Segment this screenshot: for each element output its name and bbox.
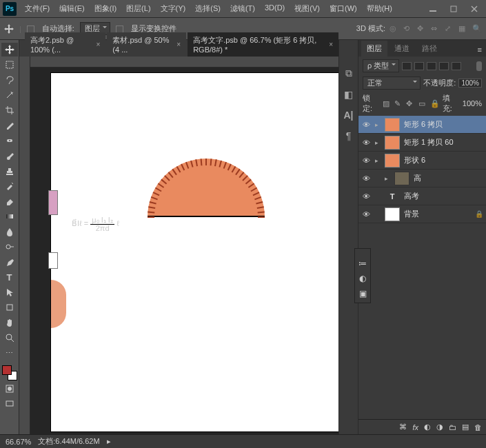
layer-name[interactable]: 背景 — [404, 209, 419, 219]
layer-row[interactable]: 👁背景🔒 — [358, 205, 486, 223]
filter-pixel-icon[interactable] — [402, 62, 412, 70]
3d-slide-icon[interactable]: ⇔ — [431, 24, 441, 34]
filter-adjust-icon[interactable] — [414, 62, 424, 70]
lock-position-icon[interactable]: ✥ — [406, 99, 414, 108]
layer-filter-kind[interactable]: ρ 类型 — [363, 59, 399, 72]
menu-edit[interactable]: 编辑(E) — [55, 1, 89, 16]
lock-all-icon[interactable]: 🔒 — [430, 99, 438, 108]
adjustment-layer-icon[interactable]: ◑ — [436, 422, 443, 431]
align-icon[interactable]: ≔ — [358, 258, 367, 268]
heal-tool[interactable] — [1, 134, 18, 147]
stamp-tool[interactable] — [1, 164, 18, 178]
canvas[interactable]: B⃗Iℓ = μ₀ I₁ I₂ 2πd ℓ — [51, 73, 338, 431]
pen-tool[interactable] — [1, 255, 18, 269]
quick-mask-icon[interactable] — [1, 382, 18, 396]
zoom-tool[interactable] — [1, 331, 18, 345]
zoom-level[interactable]: 66.67% — [6, 438, 31, 446]
menu-window[interactable]: 窗口(W) — [325, 1, 361, 16]
menu-layer[interactable]: 图层(L) — [122, 1, 154, 16]
doc-tab-2[interactable]: 高考文字.psb @ 66.7% (矩形 6 拷贝, RGB/8#) *× — [188, 32, 338, 57]
menu-image[interactable]: 图象(I) — [90, 1, 121, 16]
character-panel-icon[interactable]: A| — [343, 110, 353, 121]
search-icon[interactable]: 🔍 — [472, 24, 482, 34]
workspace-icon[interactable]: ▦ — [458, 24, 468, 34]
layer-row[interactable]: 👁▸高 — [358, 170, 486, 187]
paths-tab[interactable]: 路径 — [416, 41, 443, 57]
history-panel-icon[interactable]: ⧉ — [345, 68, 352, 79]
wand-tool[interactable] — [1, 88, 18, 102]
lasso-tool[interactable] — [1, 73, 18, 87]
filter-shape-icon[interactable] — [439, 62, 449, 70]
status-arrow-icon[interactable]: ▸ — [107, 437, 111, 446]
menu-3d[interactable]: 3D(D) — [261, 1, 289, 16]
path-select-tool[interactable] — [1, 285, 18, 299]
visibility-icon[interactable]: 👁 — [361, 174, 371, 183]
layer-name[interactable]: 矩形 1 拷贝 60 — [404, 137, 454, 147]
close-icon[interactable] — [465, 3, 483, 15]
new-layer-icon[interactable]: ▤ — [462, 422, 469, 431]
dodge-tool[interactable] — [1, 240, 18, 254]
expand-icon[interactable]: ▸ — [375, 157, 381, 164]
close-icon[interactable]: × — [97, 41, 101, 48]
3d-roll-icon[interactable]: ⟲ — [403, 24, 413, 34]
layer-row[interactable]: 👁T高考 — [358, 187, 486, 205]
link-layers-icon[interactable]: ⌘ — [399, 422, 407, 431]
close-icon[interactable]: × — [176, 41, 181, 48]
visibility-icon[interactable]: 👁 — [361, 156, 371, 165]
minimize-icon[interactable] — [424, 3, 442, 15]
3d-zoom-icon[interactable]: ⤢ — [445, 24, 454, 34]
fill-value[interactable]: 100% — [463, 99, 482, 108]
color-swatches[interactable] — [2, 365, 17, 380]
layer-fx-icon[interactable]: fx — [412, 423, 418, 431]
filter-toggle[interactable] — [476, 61, 482, 71]
expand-icon[interactable]: ▸ — [375, 121, 381, 128]
gradient-tool[interactable] — [1, 210, 18, 223]
lock-transparent-icon[interactable]: ▨ — [383, 99, 390, 108]
autoselect-checkbox[interactable] — [27, 24, 37, 33]
layer-row[interactable]: 👁▸矩形 6 拷贝 — [358, 116, 486, 134]
panel-menu-icon[interactable]: ≡ — [474, 43, 486, 57]
expand-icon[interactable]: ▸ — [375, 139, 381, 146]
shape-slot-white[interactable] — [48, 252, 58, 269]
layer-name[interactable]: 形状 6 — [404, 155, 425, 165]
layers-tab[interactable]: 图层 — [361, 41, 387, 57]
floating-panel[interactable]: ≔ ◐ ▣ — [354, 248, 371, 303]
eyedropper-tool[interactable] — [1, 119, 18, 132]
show-transform-checkbox[interactable] — [116, 24, 125, 33]
visibility-icon[interactable]: 👁 — [361, 192, 371, 201]
edit-toolbar[interactable]: ⋯ — [1, 346, 18, 360]
group-icon[interactable]: 🗀 — [449, 423, 456, 431]
properties-panel-icon[interactable]: ◧ — [344, 89, 353, 100]
brush-tool[interactable] — [1, 149, 18, 163]
marquee-tool[interactable] — [1, 58, 18, 72]
menu-type[interactable]: 文字(Y) — [156, 1, 190, 16]
visibility-icon[interactable]: 👁 — [361, 139, 371, 147]
doc-info[interactable]: 文档:6.44M/6.62M — [38, 436, 99, 447]
channels-tab[interactable]: 通道 — [389, 41, 415, 57]
layer-name[interactable]: 矩形 6 拷贝 — [404, 119, 443, 130]
doc-tab-1[interactable]: 素材.psd @ 50% (4 ...× — [107, 32, 186, 57]
move-tool[interactable] — [1, 43, 18, 57]
visibility-icon[interactable]: 👁 — [361, 210, 371, 218]
layer-row[interactable]: 👁▸矩形 1 拷贝 60 — [358, 134, 486, 152]
menu-filter[interactable]: 滤镜(T) — [226, 1, 259, 16]
crop-tool[interactable] — [1, 103, 18, 117]
menu-select[interactable]: 选择(S) — [191, 1, 225, 16]
filter-smart-icon[interactable] — [452, 62, 461, 70]
maximize-icon[interactable] — [445, 3, 463, 15]
screen-mode-icon[interactable] — [1, 397, 18, 411]
three-d-icon[interactable]: ▣ — [359, 289, 367, 298]
shape-slot-pink[interactable] — [48, 190, 58, 215]
eraser-tool[interactable] — [1, 194, 18, 208]
mask-icon[interactable]: ◐ — [359, 274, 366, 283]
filter-type-icon[interactable] — [427, 62, 436, 70]
menu-view[interactable]: 视图(V) — [290, 1, 324, 16]
menu-file[interactable]: 文件(F) — [21, 1, 54, 16]
lock-brush-icon[interactable]: ✎ — [394, 99, 402, 108]
history-brush-tool[interactable] — [1, 179, 18, 193]
close-icon[interactable]: × — [329, 41, 333, 48]
opacity-value[interactable]: 100% — [458, 79, 482, 88]
paragraph-panel-icon[interactable]: ¶ — [346, 130, 352, 141]
protractor-slice[interactable] — [51, 280, 66, 328]
type-tool[interactable]: T — [1, 270, 18, 284]
